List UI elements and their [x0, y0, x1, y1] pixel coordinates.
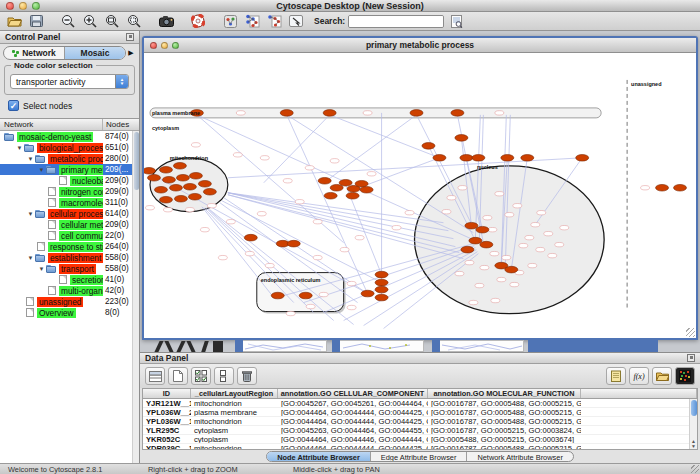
table-row[interactable]: YDR039C__1mitochondrion[GO:0044464, GO:0… — [143, 444, 697, 450]
gene-node[interactable] — [176, 174, 189, 181]
background-window-2[interactable] — [332, 340, 424, 352]
gene-label-node[interactable] — [265, 263, 274, 267]
gene-label-node[interactable] — [497, 277, 506, 281]
table-cell[interactable]: [GO:0044464, GO:0044444, GO:0044425, G..… — [278, 417, 428, 425]
table-row[interactable]: YLR295Ccytoplasm[GO:0045263, GO:0044464,… — [143, 426, 697, 435]
gene-node[interactable] — [355, 180, 368, 187]
table-row[interactable]: YPL036W__1mitochondrion[GO:0044464, GO:0… — [143, 417, 697, 426]
gene-label-node[interactable] — [392, 225, 401, 229]
network-zoom-button[interactable] — [172, 42, 179, 49]
gene-node[interactable] — [144, 167, 155, 174]
gene-label-node[interactable] — [483, 216, 492, 220]
tree-row[interactable]: nitrogen compo209(0) — [0, 186, 139, 197]
gene-node[interactable] — [576, 155, 589, 162]
gene-label-node[interactable] — [207, 204, 216, 208]
gene-node[interactable] — [339, 179, 352, 186]
network-minimize-button[interactable] — [161, 42, 168, 49]
heatmap-matrix-icon[interactable] — [675, 367, 695, 385]
gene-node[interactable] — [147, 174, 160, 181]
gene-label-node[interactable] — [555, 242, 564, 246]
table-cell[interactable]: mitochondrion — [191, 444, 278, 450]
network-edge[interactable] — [287, 115, 474, 233]
tree-row[interactable]: macromolecule311(0) — [0, 197, 139, 208]
tree-col-nodes[interactable]: Nodes — [103, 119, 139, 130]
attribute-table-icon[interactable] — [145, 367, 165, 385]
gene-node[interactable] — [174, 195, 187, 202]
tree-col-network[interactable]: Network — [0, 119, 103, 130]
open-session-icon[interactable] — [4, 13, 24, 30]
gene-node[interactable] — [656, 184, 669, 191]
snapshot-camera-icon[interactable] — [156, 13, 176, 30]
gene-label-node[interactable] — [469, 300, 478, 304]
gene-label-node[interactable] — [347, 281, 356, 285]
gene-label-node[interactable] — [185, 208, 194, 212]
network-view-titlebar[interactable]: primary metabolic process — [144, 38, 696, 53]
network-close-button[interactable] — [150, 42, 157, 49]
gene-node[interactable] — [323, 110, 336, 117]
select-attributes-icon[interactable] — [191, 367, 211, 385]
table-cell[interactable]: plasma membrane — [191, 408, 278, 416]
gene-label-node[interactable] — [465, 260, 474, 264]
gene-label-node[interactable] — [313, 255, 322, 259]
tree-row[interactable]: multi-organism pro42(0) — [0, 285, 139, 296]
browser-tab-1[interactable]: Edge Attribute Browser — [371, 452, 468, 461]
gene-node[interactable] — [480, 241, 493, 248]
gene-label-node[interactable] — [537, 211, 546, 215]
import-attributes-folder-icon[interactable] — [652, 367, 672, 385]
zoom-out-icon[interactable] — [58, 13, 78, 30]
tree-row[interactable]: cellular metabo209(0) — [0, 219, 139, 230]
gene-label-node[interactable] — [363, 111, 372, 115]
expand-arrow-icon[interactable]: ▼ — [37, 266, 46, 272]
gene-node[interactable] — [360, 186, 373, 193]
gene-node[interactable] — [324, 192, 337, 199]
gene-label-node[interactable] — [490, 251, 499, 255]
new-attribute-icon[interactable] — [168, 367, 188, 385]
gene-node[interactable] — [188, 193, 201, 200]
delete-attribute-trash-icon[interactable] — [237, 367, 257, 385]
gene-label-node[interactable] — [236, 111, 245, 115]
tree-row[interactable]: ▼transport558(0) — [0, 263, 139, 274]
network-canvas[interactable]: plasma membranecytoplasmmitochondrionnuc… — [144, 53, 696, 338]
table-cell[interactable]: YLR295C — [143, 426, 191, 434]
tree-row[interactable]: mosaic-demo-yeast874(0) — [0, 131, 139, 142]
gene-node[interactable] — [169, 184, 182, 191]
zoom-button[interactable] — [32, 2, 40, 10]
network-edge[interactable] — [330, 115, 440, 158]
table-cell[interactable]: [GO:0016787, GO:0005488, GO:0005215, G..… — [428, 417, 581, 425]
zoom-selected-region-icon[interactable] — [124, 13, 144, 30]
browser-tab-0[interactable]: Node Attribute Browser — [267, 452, 371, 461]
gene-label-node[interactable] — [510, 282, 519, 286]
gene-label-node[interactable] — [191, 143, 200, 147]
gene-node[interactable] — [375, 271, 388, 278]
table-cell[interactable]: mitochondrion — [191, 399, 278, 407]
tree-row[interactable]: unassigned223(0) — [0, 296, 139, 307]
gene-label-node[interactable] — [544, 231, 553, 235]
background-window-4[interactable] — [528, 340, 658, 352]
gene-label-node[interactable] — [491, 298, 500, 302]
gene-node[interactable] — [472, 155, 485, 162]
table-scrollbar[interactable]: ▲▼ — [689, 399, 697, 449]
search-input[interactable] — [349, 16, 444, 27]
app-resize-grip[interactable] — [691, 465, 699, 473]
gene-node[interactable] — [154, 186, 167, 193]
gene-node[interactable] — [455, 135, 468, 142]
table-cell[interactable]: YJR121W__1 — [143, 399, 191, 407]
gene-label-node[interactable] — [355, 235, 364, 239]
zoom-in-icon[interactable] — [80, 13, 100, 30]
gene-node[interactable] — [476, 226, 489, 233]
table-cell[interactable]: YPL036W__2 — [143, 408, 191, 416]
gene-node[interactable] — [451, 110, 464, 117]
browser-tab-2[interactable]: Network Attribute Browser — [467, 452, 572, 461]
gene-label-node[interactable] — [455, 271, 464, 275]
gene-node[interactable] — [375, 286, 388, 293]
gene-label-node[interactable] — [283, 179, 292, 183]
tree-row[interactable]: ▼biological_process651(0) — [0, 142, 139, 153]
column-header[interactable]: ID — [143, 389, 191, 398]
gene-label-node[interactable] — [245, 251, 254, 255]
gene-node[interactable] — [461, 246, 474, 253]
gene-node[interactable] — [346, 192, 359, 199]
column-header[interactable]: annotation.GO MOLECULAR_FUNCTION — [428, 389, 581, 398]
gene-node[interactable] — [465, 222, 478, 229]
table-cell[interactable]: YDR039C__1 — [143, 444, 191, 450]
formula-builder-icon[interactable]: f(x) — [629, 367, 649, 385]
